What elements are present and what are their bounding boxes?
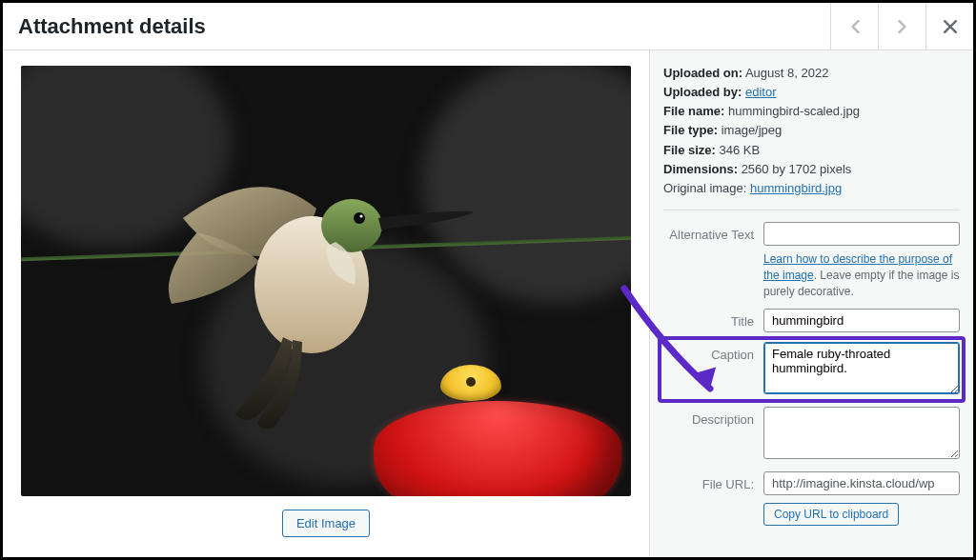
file-size-value: 346 KB <box>720 143 761 157</box>
svg-point-1 <box>321 199 382 252</box>
file-url-label: File URL: <box>663 471 763 491</box>
file-name-label: File name: <box>663 104 724 118</box>
alt-text-input[interactable] <box>763 222 960 246</box>
alt-text-label: Alternative Text <box>663 222 763 242</box>
modal-body: Edit Image Uploaded on: August 8, 2022 U… <box>3 50 973 557</box>
attachment-preview-pane: Edit Image <box>3 50 649 557</box>
description-label: Description <box>663 407 763 427</box>
title-row: Title <box>663 309 960 332</box>
image-scene <box>21 66 631 496</box>
uploaded-on-value: August 8, 2022 <box>745 66 828 80</box>
description-textarea[interactable] <box>763 407 960 459</box>
title-label: Title <box>663 309 763 329</box>
file-type-value: image/jpeg <box>722 123 783 137</box>
attachment-details-modal: Attachment details <box>0 0 976 560</box>
alt-text-row: Alternative Text Learn how to describe t… <box>663 222 960 299</box>
close-button[interactable] <box>925 3 973 50</box>
caption-row: Caption <box>663 342 960 397</box>
title-input[interactable] <box>763 309 960 332</box>
attachment-meta: Uploaded on: August 8, 2022 Uploaded by:… <box>663 64 960 210</box>
copy-url-button[interactable]: Copy URL to clipboard <box>763 503 899 526</box>
alt-text-help: Learn how to describe the purpose of the… <box>763 251 960 299</box>
description-row: Description <box>663 407 960 462</box>
chevron-right-icon <box>897 20 908 33</box>
next-attachment-button[interactable] <box>878 3 925 50</box>
uploaded-on-label: Uploaded on: <box>663 66 742 80</box>
dimensions-label: Dimensions: <box>663 162 738 176</box>
close-icon <box>944 20 957 33</box>
modal-title: Attachment details <box>3 14 830 39</box>
file-url-row: File URL: Copy URL to clipboard <box>663 471 960 526</box>
caption-label: Caption <box>663 342 763 362</box>
modal-header: Attachment details <box>3 3 973 50</box>
chevron-left-icon <box>849 20 861 33</box>
attachment-image <box>21 66 631 496</box>
attachment-details-sidebar: Uploaded on: August 8, 2022 Uploaded by:… <box>649 50 973 557</box>
svg-point-3 <box>359 214 362 217</box>
file-url-input[interactable] <box>763 471 960 495</box>
prev-attachment-button[interactable] <box>830 3 878 50</box>
dimensions-value: 2560 by 1702 pixels <box>742 162 852 176</box>
original-image-link[interactable]: hummingbird.jpg <box>750 181 842 195</box>
svg-point-2 <box>354 212 365 224</box>
file-size-label: File size: <box>663 143 716 157</box>
original-image-label: Original image: <box>663 181 746 195</box>
file-type-label: File type: <box>663 123 718 137</box>
uploaded-by-label: Uploaded by: <box>663 85 742 99</box>
caption-textarea[interactable] <box>763 342 960 394</box>
feeder-illustration <box>374 372 631 496</box>
uploaded-by-link[interactable]: editor <box>745 85 777 99</box>
edit-image-button[interactable]: Edit Image <box>282 510 370 537</box>
file-name-value: hummingbird-scaled.jpg <box>728 104 860 118</box>
